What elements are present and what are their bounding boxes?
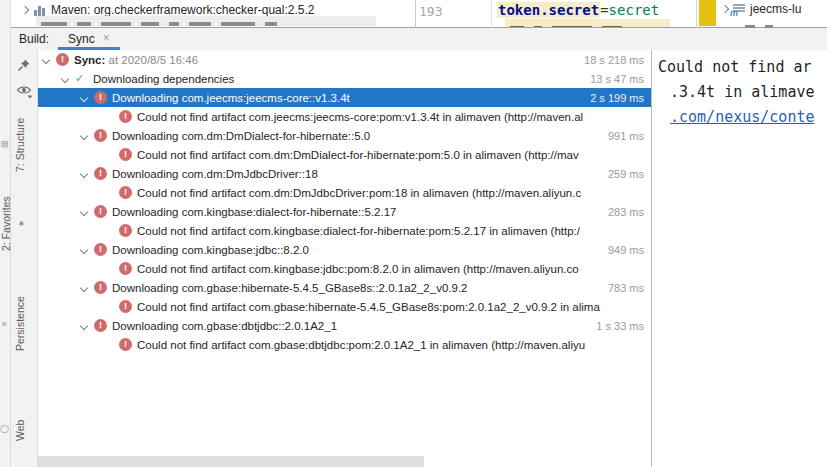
stripe-button--favorites[interactable]: 2: Favorites★ [0,184,11,264]
chevron-down-icon[interactable] [42,55,50,63]
tree-row[interactable]: !Could not find artifact com.jeecms:jeec… [38,107,651,126]
project-item-label: Maven: org.checkerframework:checker-qual… [51,3,314,17]
error-icon: ! [94,167,107,180]
stripe-button--structure[interactable]: ▤7: Structure [0,108,11,182]
property-value: secret [609,2,660,18]
right-project-panel: m jeecms-lu [718,0,827,28]
maven-module-icon: m [733,3,745,15]
tree-row[interactable]: !Downloading com.kingbase:jdbc::8.2.0949… [38,240,651,259]
error-icon: ! [94,91,107,104]
favorites-icon: ★ [17,220,26,229]
tree-row[interactable]: !Downloading com.kingbase:dialect-for-hi… [38,202,651,221]
pin-icon[interactable] [13,54,35,76]
tree-row[interactable]: !Sync: at 2020/8/5 16:4618 s 218 ms [38,50,651,69]
error-icon: ! [119,186,132,199]
chevron-down-icon[interactable] [80,93,88,101]
tree-row-label: Downloading com.gbase:dbtjdbc::2.0.1A2_1 [112,320,337,332]
property-key: token.secret [497,2,600,18]
error-icon: ! [119,338,132,351]
duration-label: 18 s 218 ms [584,54,651,66]
tree-row[interactable]: !Downloading com.dm:DmJdbcDriver::18259 … [38,164,651,183]
tree-row-label: Downloading com.jeecms:jeecms-core::v1.3… [112,92,350,104]
tree-row[interactable]: ✓Downloading dependencies13 s 47 ms [38,69,651,88]
error-icon: ! [119,224,132,237]
tree-row-label: Downloading dependencies [93,73,234,85]
stripe-button-label: Web [14,419,26,440]
structure-icon: ▤ [0,141,9,150]
stripe-button-label: 2: Favorites [0,197,12,252]
build-output-tree[interactable]: !Sync: at 2020/8/5 16:4618 s 218 ms✓Down… [38,50,651,456]
build-window-title: Build: [19,32,49,46]
editor-edge-divider [696,0,697,28]
tree-row-label: Downloading com.dm:DmDialect-for-hiberna… [112,130,370,142]
tree-row-label: Could not find artifact com.kingbase:jdb… [137,263,579,275]
stripe-button-web[interactable]: ◯Web [0,400,11,460]
persistence-icon: ≡ [0,322,9,327]
chevron-right-icon[interactable] [721,5,729,13]
web-icon: ◯ [0,426,9,435]
error-icon: ! [119,300,132,313]
build-tool-window-header: Build: Sync × [11,28,827,50]
eye-filter-icon[interactable] [13,80,35,102]
error-icon: ! [56,53,69,66]
horizontal-scrollbar-thumb[interactable] [38,456,424,467]
error-icon: ! [94,319,107,332]
console-error-text: .3.4t in alimave [652,80,827,105]
tree-row-label: Could not find artifact com.dm:DmJdbcDri… [137,187,581,199]
tree-row-label: Downloading com.kingbase:jdbc::8.2.0 [112,244,309,256]
tree-row-label: Could not find artifact com.kingbase:dia… [137,225,580,237]
stripe-button-persistence[interactable]: ≡Persistence [0,280,11,368]
error-icon: ! [119,110,132,123]
chevron-down-icon[interactable] [80,207,88,215]
chevron-down-icon[interactable] [80,169,88,177]
chevron-down-icon[interactable] [80,131,88,139]
close-icon[interactable]: × [103,32,110,45]
equals-sign: = [600,2,608,18]
tree-row[interactable]: !Could not find artifact com.kingbase:jd… [38,259,651,278]
tree-row-label: Could not find artifact com.jeecms:jeecm… [137,111,583,123]
tree-row[interactable]: !Downloading com.dm:DmDialect-for-hibern… [38,126,651,145]
scrollbar-warning-stripe [699,0,716,26]
editor-code-line[interactable]: token.secret=secret [497,2,659,18]
console-error-text: Could not find ar [652,55,827,80]
tree-row-label: Downloading com.dm:DmJdbcDriver::18 [112,168,318,180]
tree-row[interactable]: !Downloading com.gbase:dbtjdbc::2.0.1A2_… [38,316,651,335]
chevron-right-icon[interactable] [21,6,29,14]
duration-label: 783 ms [608,282,651,294]
chevron-down-icon[interactable] [80,245,88,253]
error-icon: ! [94,243,107,256]
tree-row-label: Downloading com.gbase:hibernate-5.4.5_GB… [112,282,467,294]
build-toolbar [11,50,38,467]
error-icon: ! [94,205,107,218]
chevron-down-icon[interactable] [80,321,88,329]
tree-row[interactable]: !Downloading com.jeecms:jeecms-core::v1.… [38,88,651,107]
module-label: jeecms-lu [750,2,801,16]
tree-row[interactable]: !Could not find artifact com.gbase:dbtjd… [38,335,651,354]
tree-row-label: Could not find artifact com.gbase:hibern… [137,301,600,313]
build-console-output: Could not find ar.3.4t in alimave.com/ne… [652,50,827,467]
tool-window-stripe: ▤7: Structure2: Favorites★≡Persistence◯W… [0,0,11,467]
editor-top-strip: Maven: org.checkerframework:checker-qual… [0,0,827,28]
clipped-tree-row [740,19,778,28]
duration-label: 283 ms [608,206,651,218]
tab-label: Sync [68,32,95,46]
tree-row[interactable]: !Downloading com.gbase:hibernate-5.4.5_G… [38,278,651,297]
tree-row[interactable]: !Could not find artifact com.dm:DmDialec… [38,145,651,164]
tree-row[interactable]: !Could not find artifact com.gbase:hiber… [38,297,651,316]
chevron-down-icon[interactable] [61,74,69,82]
chevron-down-icon[interactable] [80,283,88,291]
duration-label: 991 ms [608,130,651,142]
duration-label: 13 s 47 ms [590,73,651,85]
console-error-link[interactable]: .com/nexus/conte [652,105,827,130]
error-icon: ! [119,262,132,275]
gutter-divider [491,0,492,28]
error-icon: ! [94,129,107,142]
duration-label: 1 s 33 ms [596,320,651,332]
panel-divider [415,0,416,28]
stripe-button-label: Persistence [14,297,26,352]
stripe-button-label: 7: Structure [14,118,26,172]
tree-row[interactable]: !Could not find artifact com.dm:DmJdbcDr… [38,183,651,202]
project-tree-item-module[interactable]: m jeecms-lu [722,2,801,16]
tree-row[interactable]: !Could not find artifact com.kingbase:di… [38,221,651,240]
error-icon: ! [119,148,132,161]
